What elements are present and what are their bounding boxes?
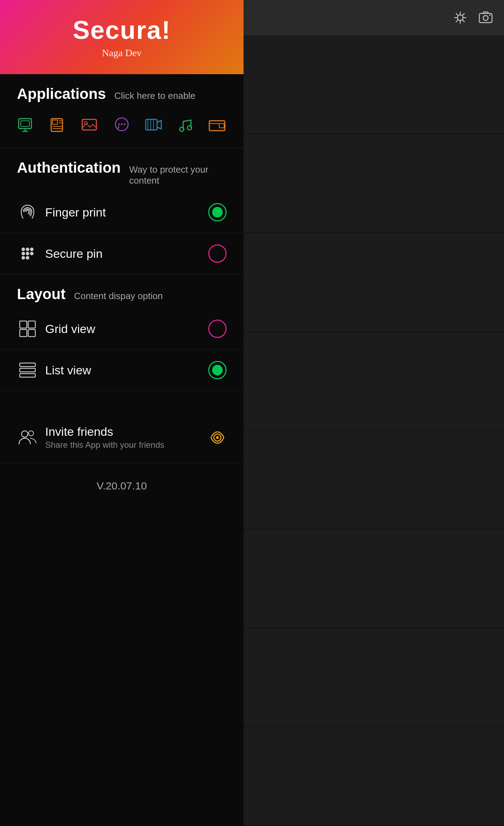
svg-rect-1 <box>21 121 29 126</box>
svg-point-32 <box>26 256 29 260</box>
app-subtitle: Naga Dev <box>102 47 142 59</box>
svg-point-26 <box>26 248 29 251</box>
applications-title: Applications <box>17 85 106 102</box>
svg-point-54 <box>483 16 488 20</box>
right-panel <box>244 0 504 826</box>
invite-friends-label: Invite friends <box>45 425 201 439</box>
grid-view-radio[interactable] <box>208 320 227 338</box>
svg-rect-36 <box>28 329 35 337</box>
svg-point-13 <box>118 124 120 125</box>
svg-point-40 <box>22 431 28 437</box>
version-display: V.20.07.10 <box>0 463 244 509</box>
right-block-5 <box>244 431 504 530</box>
camera-icon[interactable] <box>476 8 496 28</box>
svg-rect-33 <box>20 321 27 328</box>
svg-rect-39 <box>20 374 35 377</box>
svg-rect-35 <box>20 329 27 337</box>
main-panel: Secura! Naga Dev Applications Click here… <box>0 0 244 826</box>
secure-pin-label: Secure pin <box>45 247 201 261</box>
svg-rect-38 <box>20 368 35 372</box>
layout-subtitle: Content dispay option <box>74 291 163 302</box>
right-block-2 <box>244 134 504 233</box>
svg-line-52 <box>456 20 458 22</box>
right-block-7 <box>244 628 504 727</box>
authentication-subtitle: Way to protect your content <box>129 164 227 186</box>
authentication-title: Authentication <box>17 159 121 176</box>
brightness-icon[interactable] <box>450 8 470 28</box>
fingerprint-icon <box>17 202 38 223</box>
svg-line-51 <box>463 14 464 15</box>
layout-title: Layout <box>17 286 66 303</box>
invite-friends-sublabel: Share this App with your friends <box>45 440 201 450</box>
svg-point-41 <box>29 431 34 436</box>
share-icon[interactable] <box>208 428 227 447</box>
right-block-4 <box>244 332 504 431</box>
svg-rect-22 <box>209 121 225 131</box>
svg-rect-16 <box>146 119 157 130</box>
invite-friends-row[interactable]: Invite friends Share this App with your … <box>0 412 244 463</box>
grid-view-icon <box>17 318 38 339</box>
whatsapp-app-icon[interactable] <box>112 114 131 136</box>
applications-subtitle[interactable]: Click here to enable <box>114 90 196 101</box>
svg-rect-34 <box>28 321 35 328</box>
svg-point-30 <box>30 252 34 255</box>
pin-icon <box>17 243 38 264</box>
right-block-3 <box>244 233 504 332</box>
list-view-row[interactable]: List view <box>0 350 244 391</box>
fingerprint-row[interactable]: Finger print <box>0 192 244 233</box>
applications-section-header: Applications Click here to enable <box>0 74 244 108</box>
svg-point-31 <box>22 256 25 260</box>
svg-point-44 <box>457 15 463 20</box>
secure-pin-radio[interactable] <box>208 244 227 263</box>
invite-text-block: Invite friends Share this App with your … <box>45 425 201 450</box>
fingerprint-radio[interactable] <box>208 203 227 221</box>
svg-point-55 <box>489 14 491 16</box>
news-app-icon[interactable] <box>49 114 68 136</box>
svg-point-29 <box>26 252 29 255</box>
video-app-icon[interactable] <box>144 114 163 136</box>
spacer <box>0 391 244 412</box>
authentication-section-header: Authentication Way to protect your conte… <box>0 148 244 192</box>
svg-rect-5 <box>53 120 58 124</box>
grid-view-row[interactable]: Grid view <box>0 308 244 350</box>
grid-view-label: Grid view <box>45 322 201 336</box>
list-view-icon <box>17 359 38 381</box>
svg-point-43 <box>216 436 219 439</box>
svg-point-28 <box>22 252 25 255</box>
right-block-6 <box>244 529 504 628</box>
vault-app-icon[interactable] <box>17 114 36 136</box>
right-block-1 <box>244 35 504 134</box>
app-title: Secura! <box>73 16 171 44</box>
people-icon <box>17 427 38 448</box>
music-app-icon[interactable] <box>176 114 195 136</box>
svg-line-50 <box>463 20 464 22</box>
svg-point-14 <box>121 124 123 125</box>
svg-point-27 <box>30 248 34 251</box>
svg-rect-23 <box>219 124 224 128</box>
version-label: V.20.07.10 <box>97 480 147 492</box>
right-block-8 <box>244 727 504 826</box>
wallet-app-icon[interactable] <box>208 114 227 136</box>
svg-rect-10 <box>82 119 96 130</box>
gallery-app-icon[interactable] <box>80 114 100 136</box>
right-blocks <box>244 35 504 826</box>
svg-line-49 <box>456 14 458 15</box>
svg-rect-37 <box>20 363 35 367</box>
svg-point-15 <box>124 124 126 125</box>
layout-section-header: Layout Content dispay option <box>0 274 244 308</box>
content-area: Applications Click here to enable <box>0 74 244 826</box>
header: Secura! Naga Dev <box>0 0 244 74</box>
svg-point-25 <box>22 248 25 251</box>
fingerprint-label: Finger print <box>45 206 201 219</box>
right-top-bar <box>244 0 504 35</box>
list-view-radio[interactable] <box>208 361 227 379</box>
app-icons-row <box>0 108 244 148</box>
list-view-label: List view <box>45 363 201 377</box>
secure-pin-row[interactable]: Secure pin <box>0 233 244 274</box>
